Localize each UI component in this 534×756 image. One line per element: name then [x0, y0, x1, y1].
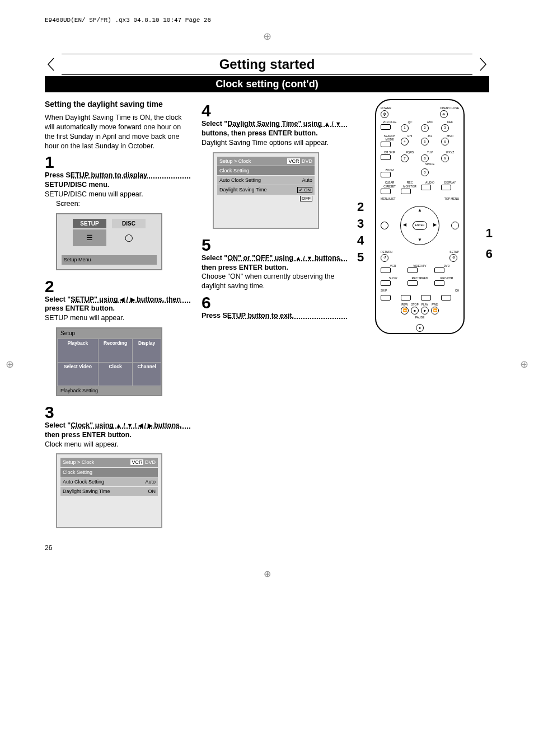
clock-menu-screen: Setup > ClockVCR DVD Clock Setting Auto … [56, 453, 162, 528]
key-5: 5 [421, 138, 429, 145]
osd-title-4: Setup > Clock [219, 158, 251, 165]
step-1-number: 1 [45, 154, 54, 171]
power-label: POWER [381, 106, 391, 110]
step-6-number: 6 [202, 294, 211, 311]
clear-button [381, 189, 391, 194]
setup-disc-screen: SETUP ☰ DISC ◯ Setup Menu [56, 213, 162, 270]
section-subtitle: Clock setting (cont'd) [45, 76, 489, 92]
vcr-button [381, 267, 391, 273]
page-number: 26 [45, 544, 489, 552]
row-auto-clock: Auto Clock Setting [63, 478, 104, 485]
registration-mark-left: ⊕ [6, 358, 14, 370]
registration-mark-top: ⊕ [45, 30, 489, 43]
power-button-icon: ⏻ [381, 110, 388, 118]
menu-select-video: Select Video [58, 362, 99, 386]
setup-menu-screen: Setup Playback Recording Display Select … [56, 327, 162, 396]
dst-heading: Setting the daylight saving time [45, 99, 190, 110]
row-clock-setting: Clock Setting [63, 469, 92, 476]
registration-mark-right: ⊕ [520, 358, 528, 370]
step-3-instruction: Select "Clock" using ▲ / ▼ / ◀ / ▶ butto… [45, 421, 190, 440]
callout-1: 1 [486, 225, 493, 242]
cmskip-button [381, 154, 391, 160]
step-2-number: 2 [45, 278, 54, 295]
step-3-text: Clock menu will appear. [45, 440, 190, 449]
step-3-number: 3 [45, 404, 54, 421]
chevron-right-icon [472, 56, 489, 73]
return-button: ↺ [381, 254, 388, 262]
key-4: 4 [401, 138, 409, 145]
key-1: 1 [401, 124, 409, 132]
menu-playback: Playback [58, 339, 99, 362]
step-5-text: Choose "ON" when currently observing the… [202, 272, 347, 291]
column-right: 2 3 4 5 1 6 POWER⏻ OPEN/ CLOSE⏏ VCR Plus… [358, 99, 489, 533]
return-label: RETURN [381, 250, 392, 254]
row4-clock-setting: Clock Setting [219, 167, 249, 174]
videotv-button [407, 267, 418, 273]
recspeed-button [407, 280, 418, 286]
callout-3: 3 [357, 215, 364, 232]
audio-button [421, 185, 431, 190]
recmon-button [401, 189, 411, 194]
key-3: 3 [441, 124, 449, 132]
ch-label: CH [455, 289, 459, 293]
setup-tile-label: SETUP [73, 219, 106, 229]
row4-dst: Daylight Saving Time [219, 186, 267, 194]
topmenu-label: TOP MENU [444, 197, 459, 201]
step-2-instruction: Select "SETUP" using ◀ / ▶ buttons, then… [45, 295, 190, 314]
column-middle: 4 Select "Daylight Saving Time" using ▲ … [202, 99, 347, 533]
step-4-number: 4 [202, 102, 211, 119]
eject-button-icon: ⏏ [440, 110, 448, 118]
row4-auto-clock: Auto Clock Setting [219, 177, 261, 184]
menu-channel: Channel [133, 362, 161, 386]
up-arrow-icon: ▲ [418, 208, 422, 214]
setup-disc-footer: Setup Menu [62, 255, 157, 264]
step-6-instruction: Press SETUP button to exit. [202, 311, 347, 321]
stop-button: ■ [411, 307, 419, 314]
dst-intro: When Daylight Saving Time is ON, the clo… [45, 113, 190, 151]
setup-button: ⚙ [449, 254, 457, 262]
chevron-left-icon [45, 56, 62, 73]
enter-button: ENTER [413, 221, 427, 230]
dvd-button [434, 267, 444, 273]
menu-recording: Recording [98, 339, 133, 362]
registration-mark-bottom: ⊕ [45, 569, 489, 579]
badge-dvd: DVD [145, 459, 156, 465]
menu-display: Display [133, 339, 161, 362]
step-5-instruction: Select "ON" or "OFF" using ▲ / ▼ buttons… [202, 253, 347, 273]
skip-label: SKIP [381, 289, 387, 293]
column-left: Setting the daylight saving time When Da… [45, 99, 190, 533]
recotr-button [434, 280, 444, 286]
page-title: Getting started [62, 54, 472, 75]
menulist-label: MENU/LIST [381, 197, 396, 201]
step-1-text: SETUP/DISC menu will appear. [45, 190, 190, 199]
callout-6: 6 [486, 246, 493, 262]
step-5-number: 5 [202, 237, 211, 253]
zoom-button [381, 172, 391, 177]
screen-label: Screen: [56, 199, 190, 209]
print-header: E9460UD(EN/ SP/FR) .qx3 04.8.10 10:47 Pa… [45, 17, 489, 24]
topmenu-button [451, 222, 459, 229]
rew-button: ⏪ [401, 307, 409, 314]
step-4-text: Daylight Saving Time options will appear… [202, 138, 347, 148]
ch-up-button [441, 295, 451, 300]
dpad: ▲ ▼ ◀ ▶ ENTER [400, 206, 439, 245]
pause-button: ⏸ [416, 324, 424, 332]
title-banner: Getting started [45, 54, 489, 75]
setup-tile-icon: ☰ [73, 229, 106, 246]
disc-tile-icon: ◯ [112, 229, 146, 246]
skip-back-button [381, 295, 391, 300]
setup-label: SETUP [449, 250, 459, 254]
key-0: 0 [421, 168, 429, 176]
setup-menu-footer: Playback Setting [57, 386, 161, 395]
key-7: 7 [401, 154, 409, 162]
open-label: OPEN/ CLOSE [440, 106, 459, 110]
key-6: 6 [441, 138, 449, 145]
setup-menu-title: Setup [57, 328, 161, 339]
menu-clock: Clock [98, 362, 133, 386]
step-2-text: SETUP menu will appear. [45, 313, 190, 323]
step-4-instruction: Select "Daylight Saving Time" using ▲ / … [202, 119, 347, 138]
step-1-instruction: Press SETUP button to display SETUP/DISC… [45, 171, 147, 189]
callout-5: 5 [357, 249, 364, 266]
play-button: ▶ [421, 307, 429, 314]
skip-fwd-button [401, 295, 411, 300]
